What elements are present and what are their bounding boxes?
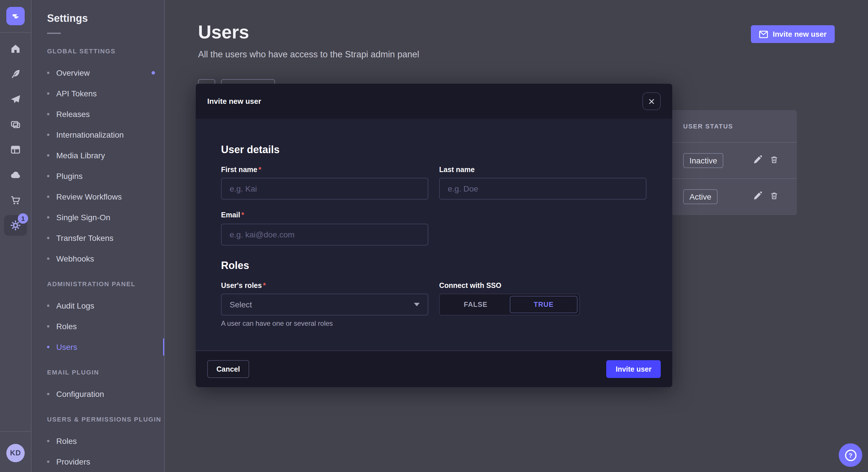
bullet-icon — [47, 440, 50, 442]
sidebar-item-audit-logs[interactable]: Audit Logs — [32, 295, 164, 316]
sidebar-item-label: Audit Logs — [56, 301, 94, 310]
modal-footer: Cancel Invite user — [196, 350, 672, 387]
delete-user-button[interactable] — [770, 156, 778, 166]
modal-body: User details First name* Last name Email… — [196, 119, 672, 350]
strapi-logo[interactable] — [6, 7, 25, 25]
sidebar-item-api-tokens[interactable]: API Tokens — [32, 83, 164, 104]
sidebar-item-transfer-tokens[interactable]: Transfer Tokens — [32, 228, 164, 248]
strapi-admin-app: 1 KD Settings GLOBAL SETTINGSOverviewAPI… — [0, 0, 868, 472]
sidebar-item-releases[interactable]: Releases — [32, 104, 164, 125]
trash-icon — [770, 156, 778, 166]
required-asterisk: * — [263, 281, 266, 290]
bullet-icon — [47, 305, 50, 307]
rail-icon-list: 1 — [0, 36, 31, 238]
connect-sso-label: Connect with SSO — [439, 281, 501, 290]
sidebar-title-divider — [47, 33, 61, 34]
edit-user-button[interactable] — [753, 156, 762, 166]
sidebar-item-label: Single Sign-On — [56, 213, 110, 222]
rail-item-settings-gear[interactable]: 1 — [0, 213, 31, 238]
sidebar-item-configuration[interactable]: Configuration — [32, 384, 164, 404]
sidebar-item-media-library[interactable]: Media Library — [32, 145, 164, 166]
user-details-heading: User details — [221, 144, 280, 156]
help-question-mark: ? — [848, 452, 852, 459]
rail-item-media-library[interactable] — [0, 112, 31, 137]
sidebar-item-overview[interactable]: Overview — [32, 63, 164, 83]
notification-dot — [152, 71, 155, 74]
bullet-icon — [47, 175, 50, 177]
bullet-icon — [47, 196, 50, 198]
first-name-label-text: First name — [221, 166, 257, 174]
sidebar-section-administration-panel: ADMINISTRATION PANELAudit LogsRolesUsers — [32, 272, 164, 357]
connect-sso-toggle: FALSE TRUE — [439, 294, 580, 315]
rail-divider-top — [0, 32, 31, 33]
trash-icon — [770, 192, 778, 202]
first-name-input[interactable] — [221, 178, 428, 200]
bullet-icon — [47, 258, 50, 260]
rail-item-feather[interactable] — [0, 61, 31, 87]
sso-option-true[interactable]: TRUE — [510, 296, 578, 313]
sidebar-item-label: API Tokens — [56, 89, 97, 98]
sidebar-item-label: Roles — [56, 322, 77, 331]
rail-item-content-manager[interactable] — [0, 137, 31, 162]
sidebar-item-webhooks[interactable]: Webhooks — [32, 248, 164, 269]
sidebar-section-header: GLOBAL SETTINGS — [32, 40, 164, 63]
rail-item-marketplace-cart[interactable] — [0, 188, 31, 213]
sidebar-item-roles[interactable]: Roles — [32, 316, 164, 337]
invite-user-submit-button[interactable]: Invite user — [607, 360, 661, 378]
sso-option-false[interactable]: FALSE — [441, 296, 510, 313]
cancel-button[interactable]: Cancel — [207, 360, 249, 378]
sidebar-item-plugins[interactable]: Plugins — [32, 166, 164, 187]
required-asterisk: * — [241, 211, 244, 219]
row-actions — [753, 156, 778, 166]
media-library-icon — [10, 119, 21, 130]
status-badge: Active — [683, 189, 718, 204]
sidebar-item-label: Media Library — [56, 151, 105, 160]
invite-new-user-button[interactable]: Invite new user — [751, 25, 835, 43]
sidebar-item-providers[interactable]: Providers — [32, 451, 164, 472]
users-roles-select[interactable]: Select — [221, 294, 428, 315]
delete-user-button[interactable] — [770, 192, 778, 202]
sidebar-item-users[interactable]: Users — [32, 337, 164, 357]
sidebar-item-label: Providers — [56, 457, 90, 466]
users-roles-select-value: Select — [229, 300, 252, 309]
sidebar-item-review-workflows[interactable]: Review Workflows — [32, 187, 164, 207]
sidebar-item-label: Review Workflows — [56, 192, 122, 201]
email-input[interactable] — [221, 224, 428, 245]
rail-item-cloud[interactable] — [0, 162, 31, 188]
sidebar-item-internationalization[interactable]: Internationalization — [32, 125, 164, 145]
modal-header: Invite new user — [196, 84, 672, 119]
bullet-icon — [47, 325, 50, 328]
sidebar-item-label: Configuration — [56, 390, 104, 399]
page-title: Users — [198, 22, 249, 43]
feather-icon — [10, 68, 21, 80]
row-actions — [753, 192, 778, 202]
email-label-text: Email — [221, 211, 240, 219]
bullet-icon — [47, 461, 50, 463]
sidebar-item-label: Roles — [56, 436, 77, 446]
connect-sso-label-text: Connect with SSO — [439, 281, 501, 290]
rail-item-home[interactable] — [0, 36, 31, 61]
sidebar-nav: GLOBAL SETTINGSOverviewAPI TokensRelease… — [32, 40, 164, 472]
bullet-icon — [47, 393, 50, 395]
modal-title: Invite new user — [207, 97, 261, 105]
home-icon — [10, 43, 21, 55]
bullet-icon — [47, 72, 50, 74]
sidebar-item-label: Transfer Tokens — [56, 233, 113, 243]
paper-plane-icon — [10, 94, 21, 105]
last-name-label-text: Last name — [439, 166, 475, 174]
sidebar-item-single-sign-on[interactable]: Single Sign-On — [32, 207, 164, 228]
sidebar-item-roles[interactable]: Roles — [32, 431, 164, 451]
last-name-input[interactable] — [439, 178, 646, 200]
roles-heading: Roles — [221, 260, 249, 272]
rail-divider-bottom — [0, 431, 31, 432]
user-avatar[interactable]: KD — [6, 444, 25, 462]
rail-item-paper-plane[interactable] — [0, 87, 31, 112]
help-button[interactable]: ? — [839, 443, 862, 467]
strapi-logo-icon — [10, 11, 21, 21]
modal-close-button[interactable] — [642, 92, 661, 110]
first-name-label: First name* — [221, 166, 261, 174]
edit-user-button[interactable] — [753, 192, 762, 202]
marketplace-cart-icon — [10, 194, 21, 206]
bullet-icon — [47, 113, 50, 115]
envelope-icon — [759, 30, 768, 38]
